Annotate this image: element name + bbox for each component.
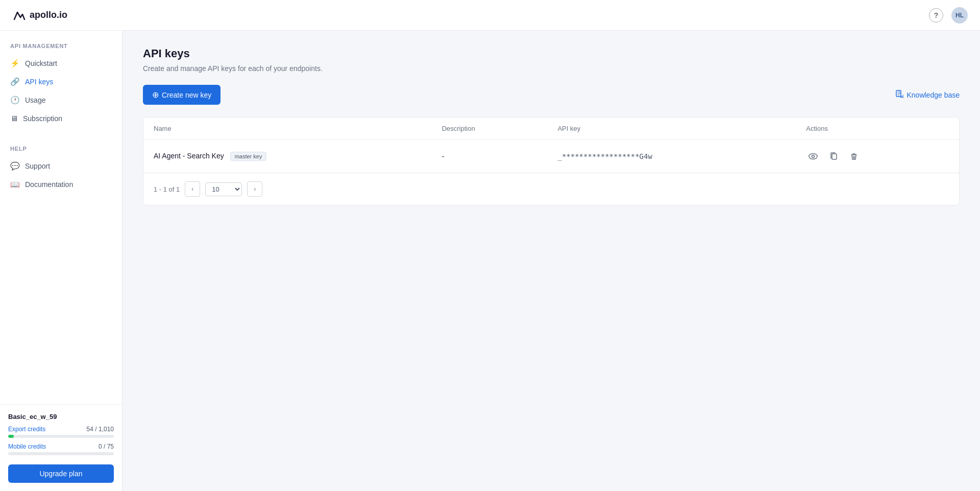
api-keys-icon: 🔗 [10, 77, 20, 86]
delete-key-button[interactable] [847, 149, 861, 163]
api-key-value: _******************G4w [557, 152, 652, 160]
help-section-label: HELP [0, 146, 122, 157]
sidebar-bottom: Basic_ec_w_59 Export credits 54 / 1,010 … [0, 404, 122, 491]
knowledge-base-icon [895, 90, 903, 100]
table-header-row: Name Description API key Actions [143, 118, 959, 140]
export-credits-value: 54 / 1,010 [87, 426, 114, 433]
svg-point-2 [812, 155, 815, 158]
logo-icon [12, 8, 27, 22]
mobile-credits-row: Mobile credits 0 / 75 [8, 443, 114, 450]
logo: apollo.io [12, 8, 67, 22]
api-section-label: API MANAGEMENT [0, 43, 122, 54]
per-page-select[interactable]: 10 25 50 100 [205, 182, 242, 196]
key-name: AI Agent - Search Key [154, 152, 224, 160]
api-keys-table: Name Description API key Actions AI Agen… [143, 118, 959, 173]
sidebar: API MANAGEMENT ⚡ Quickstart 🔗 API keys 🕐… [0, 31, 122, 491]
row-actions [796, 140, 959, 173]
page-title: API keys [143, 47, 960, 60]
support-icon: 💬 [10, 161, 20, 171]
row-name: AI Agent - Search Key master key [143, 140, 432, 173]
pagination: 1 - 1 of 1 ‹ 10 25 50 100 › [143, 173, 959, 205]
row-api-key: _******************G4w [547, 140, 796, 173]
sidebar-label-support: Support [25, 162, 50, 170]
sidebar-label-documentation: Documentation [25, 180, 73, 189]
col-api-key: API key [547, 118, 796, 140]
export-credits-row: Export credits 54 / 1,010 [8, 426, 114, 433]
next-page-button[interactable]: › [247, 181, 262, 197]
col-actions: Actions [796, 118, 959, 140]
upgrade-plan-button[interactable]: Upgrade plan [8, 464, 114, 483]
copy-key-button[interactable] [826, 149, 841, 163]
col-description: Description [432, 118, 548, 140]
mobile-credits-progress [8, 452, 114, 455]
avatar[interactable]: HL [951, 7, 968, 24]
sidebar-item-subscription[interactable]: 🖥 Subscription [0, 109, 122, 127]
create-icon: ⊕ [152, 90, 159, 100]
plan-name: Basic_ec_w_59 [8, 413, 114, 420]
help-button[interactable]: ? [929, 8, 943, 22]
logo-text: apollo.io [30, 10, 67, 20]
main-content: API keys Create and manage API keys for … [122, 31, 980, 491]
col-name: Name [143, 118, 432, 140]
export-credits-label[interactable]: Export credits [8, 426, 45, 433]
table-row: AI Agent - Search Key master key - _****… [143, 140, 959, 173]
sidebar-label-subscription: Subscription [23, 114, 62, 123]
actions-cell [806, 149, 949, 163]
sidebar-item-quickstart[interactable]: ⚡ Quickstart [0, 54, 122, 73]
header-actions: ? HL [929, 7, 968, 24]
export-credits-fill [8, 435, 14, 438]
mobile-credits-label[interactable]: Mobile credits [8, 443, 46, 450]
top-actions: ⊕ Create new key Knowledge base [143, 85, 960, 105]
quickstart-icon: ⚡ [10, 59, 20, 68]
prev-page-button[interactable]: ‹ [185, 181, 200, 197]
view-key-button[interactable] [806, 149, 820, 163]
knowledge-base-link[interactable]: Knowledge base [895, 90, 960, 100]
pagination-info: 1 - 1 of 1 [154, 185, 180, 193]
mobile-credits-value: 0 / 75 [99, 443, 114, 450]
sidebar-item-api-keys[interactable]: 🔗 API keys [0, 73, 122, 91]
export-credits-progress [8, 435, 114, 438]
create-new-key-button[interactable]: ⊕ Create new key [143, 85, 220, 105]
svg-point-1 [809, 154, 817, 159]
documentation-icon: 📖 [10, 180, 20, 189]
knowledge-base-label: Knowledge base [906, 91, 960, 99]
api-keys-table-container: Name Description API key Actions AI Agen… [143, 117, 960, 205]
sidebar-label-usage: Usage [25, 96, 45, 104]
sidebar-label-quickstart: Quickstart [25, 59, 57, 67]
sidebar-item-documentation[interactable]: 📖 Documentation [0, 175, 122, 194]
sidebar-item-support[interactable]: 💬 Support [0, 157, 122, 175]
row-description: - [432, 140, 548, 173]
master-key-badge: master key [230, 152, 267, 161]
sidebar-label-api-keys: API keys [25, 78, 53, 86]
layout: API MANAGEMENT ⚡ Quickstart 🔗 API keys 🕐… [0, 31, 980, 491]
page-subtitle: Create and manage API keys for each of y… [143, 64, 960, 73]
top-header: apollo.io ? HL [0, 0, 980, 31]
sidebar-item-usage[interactable]: 🕐 Usage [0, 91, 122, 109]
usage-icon: 🕐 [10, 96, 20, 105]
create-btn-label: Create new key [162, 91, 211, 99]
subscription-icon: 🖥 [10, 114, 18, 123]
svg-rect-3 [832, 154, 837, 159]
